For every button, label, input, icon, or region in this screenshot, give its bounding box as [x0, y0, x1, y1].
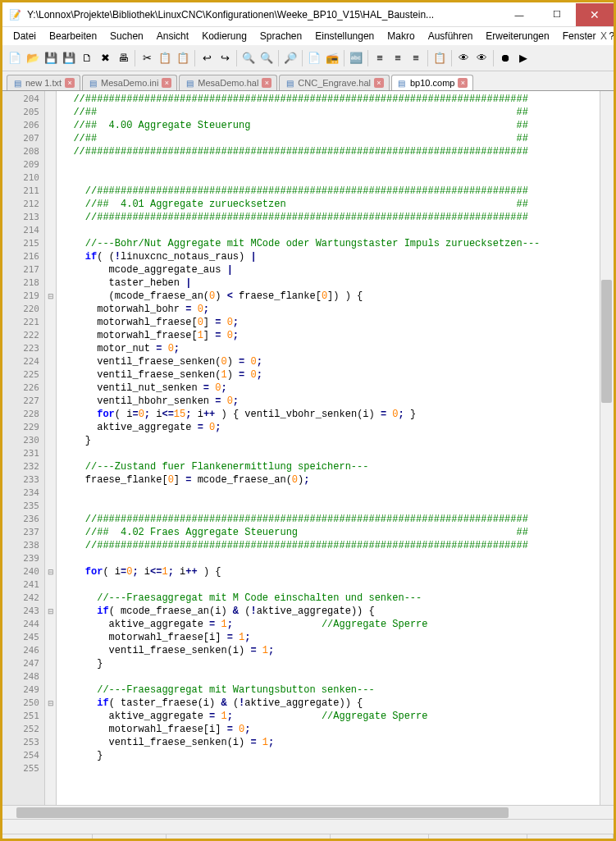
code-line[interactable]: //## 4.00 Aggregate Steuerung ##	[62, 119, 614, 132]
toolbar-button[interactable]: ↪	[217, 50, 233, 66]
toolbar-button[interactable]: 💾	[43, 50, 59, 66]
code-line[interactable]: }	[62, 434, 614, 447]
code-line[interactable]: //######################################…	[62, 211, 614, 224]
code-line[interactable]: }	[62, 657, 614, 670]
toolbar-button[interactable]: 🔍	[240, 50, 257, 66]
toolbar-button[interactable]: 📻	[324, 50, 340, 66]
code-line[interactable]: //######################################…	[62, 185, 614, 198]
code-line[interactable]: motorwahl_fraese[i] = 1;	[62, 631, 614, 644]
code-line[interactable]	[62, 578, 614, 592]
code-line[interactable]	[62, 762, 614, 775]
menu-makro[interactable]: Makro	[381, 29, 421, 43]
fold-marker[interactable]: ⊟	[45, 290, 56, 303]
code-line[interactable]: fraese_flanke[0] = mcode_fraese_an(0);	[62, 473, 614, 487]
tab[interactable]: ▤bp10.comp×	[391, 75, 473, 90]
code-line[interactable]: }	[62, 749, 614, 762]
toolbar-button[interactable]: 🔤	[348, 50, 364, 66]
code-line[interactable]: aktive_aggregate = 1; //Aggregate Sperre	[62, 710, 614, 723]
close-icon[interactable]: ×	[162, 78, 171, 88]
toolbar-button[interactable]: 📋	[157, 50, 173, 66]
code-line[interactable]	[62, 670, 614, 683]
menu-suchen[interactable]: Suchen	[103, 29, 150, 43]
toolbar-button[interactable]: ⏺	[497, 50, 513, 66]
fold-marker[interactable]: ⊟	[45, 605, 56, 618]
toolbar-button[interactable]: ▶	[515, 50, 532, 66]
code-line[interactable]: if( mcode_fraese_an(i) & (!aktive_aggreg…	[62, 605, 614, 618]
code-line[interactable]: //---Fraesaggregat mit Wartungsbutton se…	[62, 683, 614, 697]
maximize-button[interactable]: ☐	[538, 3, 576, 26]
code-line[interactable]: ventil_hbohr_senken = 0;	[62, 395, 614, 408]
vertical-scrollbar[interactable]	[600, 91, 614, 805]
close-icon[interactable]: ×	[65, 78, 75, 88]
mdi-close-icon[interactable]: X	[600, 30, 607, 42]
code-line[interactable]	[62, 487, 614, 500]
toolbar-button[interactable]: ↩	[198, 50, 215, 66]
toolbar-button[interactable]: ≡	[390, 50, 406, 66]
code-line[interactable]: //######################################…	[62, 539, 614, 552]
code-line[interactable]: //######################################…	[62, 145, 614, 158]
menu-fenster[interactable]: Fenster	[556, 29, 603, 43]
toolbar-button[interactable]: 📂	[25, 50, 41, 66]
menu-erweiterungen[interactable]: Erweiterungen	[479, 29, 555, 43]
toolbar-button[interactable]: 🖶	[115, 50, 131, 66]
tab[interactable]: ▤MesaDemo.ini×	[82, 75, 177, 90]
minimize-button[interactable]: —	[500, 3, 538, 26]
code-line[interactable]: motor_nut = 0;	[62, 342, 614, 355]
fold-gutter[interactable]: ⊟⊟⊟⊟	[45, 91, 57, 805]
code-line[interactable]: aktive_aggregate = 0;	[62, 421, 614, 434]
vertical-scrollbar-thumb[interactable]	[601, 280, 612, 403]
menu-sprachen[interactable]: Sprachen	[253, 29, 308, 43]
toolbar-button[interactable]: 🔎	[282, 50, 299, 66]
tab[interactable]: ▤new 1.txt×	[7, 75, 80, 90]
tab[interactable]: ▤MesaDemo.hal×	[179, 75, 277, 90]
code-line[interactable]: //## ##	[62, 106, 614, 119]
code-line[interactable]: motorwahl_fraese[1] = 0;	[62, 329, 614, 342]
toolbar-button[interactable]: 📄	[7, 50, 23, 66]
toolbar-button[interactable]: 📋	[431, 50, 448, 66]
toolbar-button[interactable]: 📄	[306, 50, 322, 66]
menu-einstellungen[interactable]: Einstellungen	[308, 29, 381, 43]
editor[interactable]: 2042052062072082092102112122132142152162…	[2, 91, 614, 805]
toolbar-button[interactable]: 🔍	[258, 50, 275, 66]
code-line[interactable]: if( (!linuxcnc_notaus_raus) |	[62, 250, 614, 263]
code-line[interactable]: if( taster_fraese(i) & (!aktive_aggregat…	[62, 697, 614, 710]
toolbar-button[interactable]: ✖	[97, 50, 113, 66]
code-line[interactable]	[62, 552, 614, 565]
fold-marker[interactable]: ⊟	[45, 697, 56, 710]
code-line[interactable]: //## 4.01 Aggregate zuruecksetzen ##	[62, 198, 614, 211]
code-line[interactable]: ventil_nut_senken = 0;	[62, 382, 614, 395]
toolbar-button[interactable]: ≡	[372, 50, 388, 66]
toolbar-button[interactable]: 📋	[175, 50, 191, 66]
code-line[interactable]	[62, 171, 614, 185]
toolbar-button[interactable]: 💾	[61, 50, 77, 66]
code-line[interactable]: //## 4.02 Fraes Aggregate Steuerung ##	[62, 526, 614, 539]
menu-ansicht[interactable]: Ansicht	[150, 29, 195, 43]
toolbar-button[interactable]: ✂	[139, 50, 155, 66]
code-line[interactable]: //######################################…	[62, 93, 614, 106]
code-line[interactable]	[62, 447, 614, 460]
code-line[interactable]	[62, 224, 614, 237]
menu-kodierung[interactable]: Kodierung	[195, 29, 253, 43]
fold-marker[interactable]: ⊟	[45, 565, 56, 578]
code-area[interactable]: //######################################…	[57, 91, 614, 805]
code-line[interactable]: mcode_aggregate_aus |	[62, 263, 614, 277]
code-line[interactable]: motorwahl_fraese[0] = 0;	[62, 316, 614, 329]
horizontal-scrollbar[interactable]	[2, 805, 614, 819]
toolbar-button[interactable]: 👁	[455, 50, 472, 66]
code-line[interactable]: //## ##	[62, 132, 614, 145]
toolbar-button[interactable]: ≡	[408, 50, 424, 66]
panel-divider[interactable]	[2, 819, 614, 834]
code-line[interactable]: motorwahl_fraese[i] = 0;	[62, 723, 614, 736]
code-line[interactable]: //---Bohr/Nut Aggregate mit MCode oder W…	[62, 237, 614, 250]
code-line[interactable]: //---Fraesaggregat mit M Code einschalte…	[62, 592, 614, 605]
menu-datei[interactable]: Datei	[7, 29, 43, 43]
code-line[interactable]: ventil_fraese_senken(1) = 0;	[62, 368, 614, 382]
close-icon[interactable]: ×	[262, 78, 271, 88]
code-line[interactable]: aktive_aggregate = 1; //Aggregate Sperre	[62, 618, 614, 631]
horizontal-scrollbar-thumb[interactable]	[16, 807, 509, 818]
code-line[interactable]	[62, 158, 614, 171]
code-line[interactable]: (mcode_fraese_an(0) < fraese_flanke[0]) …	[62, 290, 614, 303]
menu-bearbeiten[interactable]: Bearbeiten	[43, 29, 103, 43]
menu-ausführen[interactable]: Ausführen	[422, 29, 480, 43]
code-line[interactable]: ventil_fraese_senken(i) = 1;	[62, 644, 614, 657]
